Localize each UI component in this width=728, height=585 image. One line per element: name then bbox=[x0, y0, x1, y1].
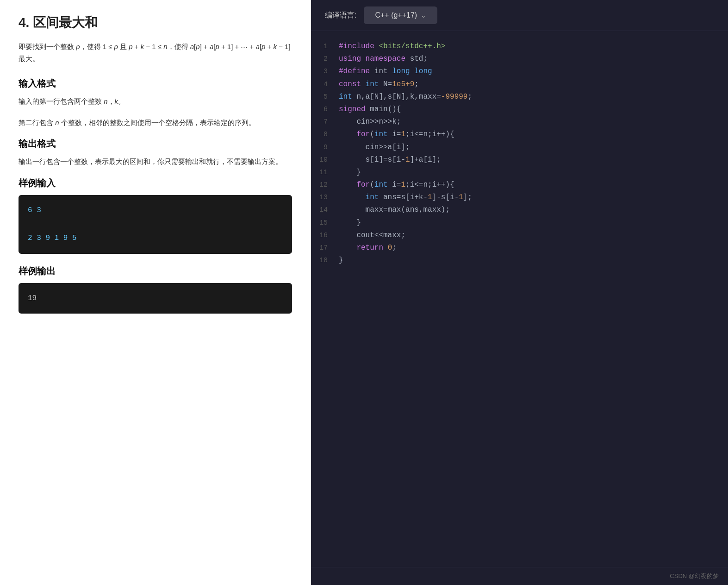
output-format-title: 输出格式 bbox=[19, 138, 292, 150]
line-code: cin>>n>>k; bbox=[339, 116, 401, 128]
sample-output-title: 样例输出 bbox=[19, 265, 292, 277]
problem-description: 即要找到一个整数 p，使得 1 ≤ p 且 p + k − 1 ≤ n，使得 a… bbox=[19, 41, 292, 64]
code-line: 10 s[i]=s[i-1]+a[i]; bbox=[311, 154, 728, 166]
line-code: using namespace std; bbox=[339, 53, 428, 65]
line-code: const int N=1e5+9; bbox=[339, 78, 419, 91]
line-number: 12 bbox=[316, 179, 339, 191]
input-format-content1: 输入的第一行包含两个整数 n，k。 bbox=[19, 95, 292, 107]
line-number: 3 bbox=[316, 66, 339, 78]
right-footer: CSDN @幻夜的梦 bbox=[311, 567, 728, 585]
line-number: 9 bbox=[316, 142, 339, 154]
line-number: 14 bbox=[316, 204, 339, 216]
line-number: 13 bbox=[316, 192, 339, 204]
code-line: 5int n,a[N],s[N],k,maxx=-99999; bbox=[311, 91, 728, 103]
line-number: 1 bbox=[316, 41, 339, 53]
sample-input-section: 样例输入 6 3 2 3 9 1 9 5 bbox=[19, 177, 292, 254]
line-code: int ans=s[i+k-1]-s[i-1]; bbox=[339, 191, 472, 204]
line-code: } bbox=[339, 217, 361, 229]
code-line: 15 } bbox=[311, 217, 728, 229]
compiler-value: C++ (g++17) bbox=[375, 11, 417, 19]
input-format-title: 输入格式 bbox=[19, 77, 292, 90]
code-line: 2using namespace std; bbox=[311, 53, 728, 65]
sample-input-line2: 2 3 9 1 9 5 bbox=[28, 231, 283, 245]
line-code: for(int i=1;i<=n;i++){ bbox=[339, 179, 454, 191]
footer-text: CSDN @幻夜的梦 bbox=[670, 572, 719, 579]
line-number: 6 bbox=[316, 104, 339, 116]
line-code: } bbox=[339, 166, 361, 179]
code-editor[interactable]: 1#include <bits/stdc++.h>2using namespac… bbox=[311, 31, 728, 567]
line-code: } bbox=[339, 254, 343, 267]
line-code: #include <bits/stdc++.h> bbox=[339, 40, 445, 53]
right-panel: 编译语言: C++ (g++17) ⌄ 1#include <bits/stdc… bbox=[311, 0, 728, 585]
code-line: 4const int N=1e5+9; bbox=[311, 78, 728, 91]
code-line: 3#define int long long bbox=[311, 65, 728, 78]
line-code: signed main(){ bbox=[339, 103, 401, 116]
code-line: 18} bbox=[311, 254, 728, 267]
sample-output-block: 19 bbox=[19, 283, 292, 314]
line-code: cin>>a[i]; bbox=[339, 141, 410, 154]
line-number: 2 bbox=[316, 53, 339, 65]
line-code: return 0; bbox=[339, 242, 397, 254]
code-line: 13 int ans=s[i+k-1]-s[i-1]; bbox=[311, 191, 728, 204]
input-format-content2: 第二行包含 n 个整数，相邻的整数之间使用一个空格分隔，表示给定的序列。 bbox=[19, 117, 292, 129]
page-title: 4. 区间最大和 bbox=[19, 14, 292, 31]
compiler-select-button[interactable]: C++ (g++17) ⌄ bbox=[364, 6, 437, 24]
line-number: 10 bbox=[316, 154, 339, 166]
sample-input-block: 6 3 2 3 9 1 9 5 bbox=[19, 195, 292, 254]
line-number: 7 bbox=[316, 116, 339, 128]
code-line: 9 cin>>a[i]; bbox=[311, 141, 728, 154]
line-code: for(int i=1;i<=n;i++){ bbox=[339, 128, 454, 141]
line-code: s[i]=s[i-1]+a[i]; bbox=[339, 154, 441, 166]
output-format-section: 输出格式 输出一行包含一个整数，表示最大的区间和，你只需要输出和就行，不需要输出… bbox=[19, 138, 292, 168]
sample-output-section: 样例输出 19 bbox=[19, 265, 292, 314]
line-code: #define int long long bbox=[339, 65, 432, 78]
line-number: 18 bbox=[316, 255, 339, 267]
chevron-down-icon: ⌄ bbox=[421, 12, 426, 19]
sample-input-line1: 6 3 bbox=[28, 203, 283, 217]
compiler-label: 编译语言: bbox=[325, 11, 356, 20]
sample-input-title: 样例输入 bbox=[19, 177, 292, 189]
line-number: 5 bbox=[316, 91, 339, 103]
line-code: cout<<maxx; bbox=[339, 229, 405, 242]
input-format-section: 输入格式 输入的第一行包含两个整数 n，k。 第二行包含 n 个整数，相邻的整数… bbox=[19, 77, 292, 128]
line-number: 15 bbox=[316, 217, 339, 229]
code-line: 16 cout<<maxx; bbox=[311, 229, 728, 242]
code-line: 7 cin>>n>>k; bbox=[311, 116, 728, 128]
left-panel: 4. 区间最大和 即要找到一个整数 p，使得 1 ≤ p 且 p + k − 1… bbox=[0, 0, 311, 585]
line-number: 16 bbox=[316, 230, 339, 242]
code-line: 12 for(int i=1;i<=n;i++){ bbox=[311, 179, 728, 191]
line-number: 4 bbox=[316, 79, 339, 91]
line-code: int n,a[N],s[N],k,maxx=-99999; bbox=[339, 91, 472, 103]
output-format-content: 输出一行包含一个整数，表示最大的区间和，你只需要输出和就行，不需要输出方案。 bbox=[19, 156, 292, 168]
sample-output-value: 19 bbox=[28, 294, 37, 302]
code-line: 17 return 0; bbox=[311, 242, 728, 254]
line-code: maxx=max(ans,maxx); bbox=[339, 204, 450, 216]
code-line: 14 maxx=max(ans,maxx); bbox=[311, 204, 728, 216]
line-number: 11 bbox=[316, 167, 339, 179]
code-line: 1#include <bits/stdc++.h> bbox=[311, 40, 728, 53]
code-line: 6signed main(){ bbox=[311, 103, 728, 116]
code-line: 11 } bbox=[311, 166, 728, 179]
line-number: 8 bbox=[316, 129, 339, 141]
right-header: 编译语言: C++ (g++17) ⌄ bbox=[311, 0, 728, 31]
line-number: 17 bbox=[316, 242, 339, 254]
code-line: 8 for(int i=1;i<=n;i++){ bbox=[311, 128, 728, 141]
